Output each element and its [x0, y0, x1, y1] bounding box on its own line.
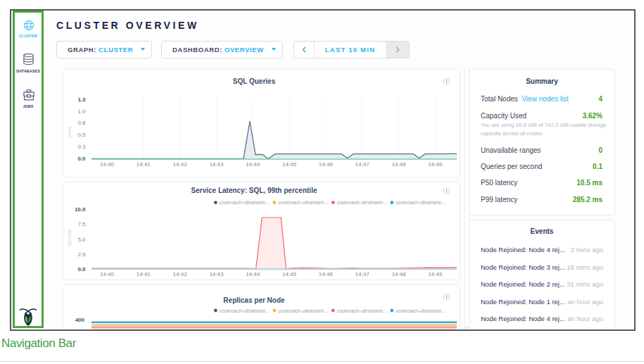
svg-text:14:45: 14:45 — [282, 161, 297, 168]
svg-text:cockroach-ultramarin...: cockroach-ultramarin... — [220, 200, 270, 205]
svg-text:0.0: 0.0 — [77, 156, 86, 162]
svg-text:seconds: seconds — [67, 229, 72, 246]
svg-text:2.5: 2.5 — [77, 251, 86, 258]
svg-text:14:47: 14:47 — [355, 161, 370, 168]
svg-text:14:40: 14:40 — [100, 271, 115, 277]
svg-text:cockroach-ultramarin...: cockroach-ultramarin... — [396, 308, 446, 313]
svg-text:14:49: 14:49 — [428, 161, 443, 168]
svg-text:Service Latency: SQL, 99th per: Service Latency: SQL, 99th percentile — [191, 187, 317, 194]
svg-text:14:42: 14:42 — [173, 161, 188, 168]
svg-text:0.0: 0.0 — [77, 266, 86, 272]
svg-text:14:48: 14:48 — [391, 161, 406, 168]
svg-text:SQL Queries: SQL Queries — [233, 77, 276, 85]
svg-text:count: count — [67, 127, 72, 138]
svg-text:5.0: 5.0 — [77, 237, 86, 243]
svg-text:1.3: 1.3 — [77, 96, 86, 103]
svg-text:14:43: 14:43 — [209, 271, 224, 277]
svg-text:Replicas per Node: Replicas per Node — [223, 296, 285, 304]
svg-text:14:45: 14:45 — [282, 271, 297, 277]
svg-text:14:44: 14:44 — [246, 271, 260, 277]
svg-text:14:47: 14:47 — [355, 271, 370, 277]
svg-text:cockroach-ultramarin...: cockroach-ultramarin... — [278, 308, 328, 313]
svg-text:7.5: 7.5 — [77, 221, 86, 227]
svg-text:14:40: 14:40 — [100, 161, 115, 168]
svg-text:0.5: 0.5 — [77, 132, 86, 138]
svg-text:14:44: 14:44 — [246, 161, 260, 168]
svg-text:14:42: 14:42 — [173, 271, 188, 277]
svg-text:14:48: 14:48 — [391, 271, 406, 277]
svg-text:cockroach-ultramarin...: cockroach-ultramarin... — [396, 200, 446, 205]
svg-text:cockroach-ultramarin...: cockroach-ultramarin... — [220, 308, 270, 313]
svg-text:400: 400 — [75, 317, 85, 323]
svg-text:cockroach-ultramarin...: cockroach-ultramarin... — [337, 308, 387, 313]
svg-text:14:41: 14:41 — [137, 271, 151, 277]
svg-text:14:46: 14:46 — [319, 161, 334, 168]
svg-text:14:49: 14:49 — [428, 271, 443, 277]
svg-text:14:43: 14:43 — [209, 161, 224, 168]
svg-text:14:41: 14:41 — [137, 161, 151, 168]
svg-text:14:46: 14:46 — [319, 271, 334, 277]
svg-text:1.0: 1.0 — [77, 108, 86, 115]
svg-text:cockroach-ultramarin...: cockroach-ultramarin... — [337, 200, 387, 205]
svg-text:0.8: 0.8 — [77, 120, 86, 126]
svg-text:10.0: 10.0 — [75, 206, 86, 213]
svg-text:cockroach-ultramarin...: cockroach-ultramarin... — [278, 200, 328, 205]
svg-text:0.3: 0.3 — [77, 144, 86, 150]
